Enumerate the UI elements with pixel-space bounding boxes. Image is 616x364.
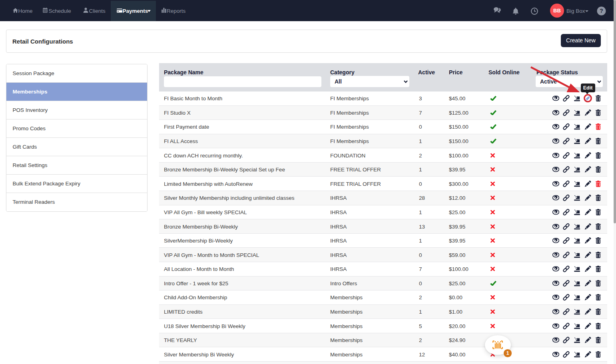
svg-text:?: ? [600,8,603,14]
